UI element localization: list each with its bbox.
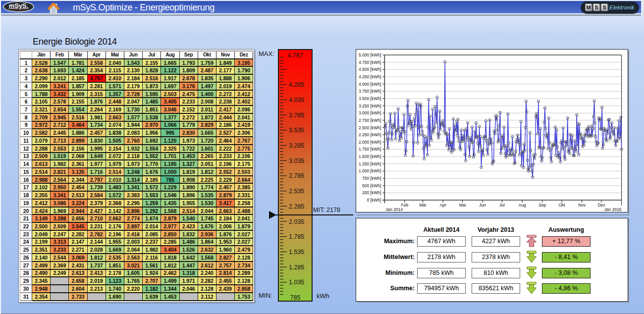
svg-text:Jul: Jul <box>499 203 505 208</box>
svg-text:3.535: 3.535 <box>289 127 304 134</box>
svg-text:3.750 [kWh]: 3.750 [kWh] <box>359 89 381 94</box>
svg-text:3.035: 3.035 <box>289 157 304 164</box>
svg-text:Jan 2015: Jan 2015 <box>604 207 622 212</box>
svg-text:4.035: 4.035 <box>289 97 304 104</box>
svg-text:1.285: 1.285 <box>289 264 304 271</box>
svg-text:2.035: 2.035 <box>289 218 304 225</box>
svg-text:5.000 [kWh]: 5.000 [kWh] <box>359 52 381 57</box>
svg-text:Sep: Sep <box>538 203 546 208</box>
svg-text:3.785: 3.785 <box>289 112 304 119</box>
svg-text:500 [kWh]: 500 [kWh] <box>362 183 381 188</box>
svg-text:3.500 [kWh]: 3.500 [kWh] <box>359 96 381 101</box>
svg-text:1.035: 1.035 <box>289 279 304 286</box>
svg-text:Jan 2014: Jan 2014 <box>385 207 403 212</box>
svg-text:2.785: 2.785 <box>289 172 304 179</box>
svg-text:2.000 [kWh]: 2.000 [kWh] <box>359 140 381 145</box>
svg-text:Mai: Mai <box>459 203 466 208</box>
svg-text:1.535: 1.535 <box>289 249 304 256</box>
svg-text:750 [kWh]: 750 [kWh] <box>362 176 381 181</box>
svg-text:2.250 [kWh]: 2.250 [kWh] <box>359 132 381 137</box>
svg-text:1.750 [kWh]: 1.750 [kWh] <box>359 147 381 152</box>
svg-text:Mär: Mär <box>419 203 427 208</box>
svg-text:Okt: Okt <box>558 203 565 208</box>
svg-text:250 [kWh]: 250 [kWh] <box>362 190 381 195</box>
svg-text:4.000 [kWh]: 4.000 [kWh] <box>359 82 381 87</box>
svg-text:Nov: Nov <box>578 203 586 208</box>
svg-text:Aug: Aug <box>519 203 526 208</box>
svg-text:785: 785 <box>290 294 301 301</box>
svg-text:Apr: Apr <box>440 203 446 208</box>
svg-text:4.767: 4.767 <box>287 52 303 59</box>
svg-text:2.535: 2.535 <box>289 188 304 195</box>
svg-text:2.750 [kWh]: 2.750 [kWh] <box>359 118 381 123</box>
svg-text:1.000 [kWh]: 1.000 [kWh] <box>359 168 381 173</box>
svg-text:2.500 [kWh]: 2.500 [kWh] <box>359 125 381 130</box>
svg-text:4.285: 4.285 <box>289 81 304 88</box>
svg-text:Jun: Jun <box>479 203 486 208</box>
svg-text:3.000 [kWh]: 3.000 [kWh] <box>359 110 381 115</box>
svg-text:1.500 [kWh]: 1.500 [kWh] <box>359 154 381 159</box>
svg-text:3.285: 3.285 <box>289 142 304 149</box>
svg-text:1.250 [kWh]: 1.250 [kWh] <box>359 161 381 166</box>
svg-text:4.500 [kWh]: 4.500 [kWh] <box>359 67 381 72</box>
svg-text:4.250 [kWh]: 4.250 [kWh] <box>359 74 381 79</box>
svg-text:2.285: 2.285 <box>289 203 304 210</box>
svg-text:3.250 [kWh]: 3.250 [kWh] <box>359 104 381 108</box>
svg-text:0 [kWh]: 0 [kWh] <box>367 198 381 203</box>
svg-text:1.785: 1.785 <box>289 233 304 240</box>
svg-text:4.750 [kWh]: 4.750 [kWh] <box>359 60 381 65</box>
